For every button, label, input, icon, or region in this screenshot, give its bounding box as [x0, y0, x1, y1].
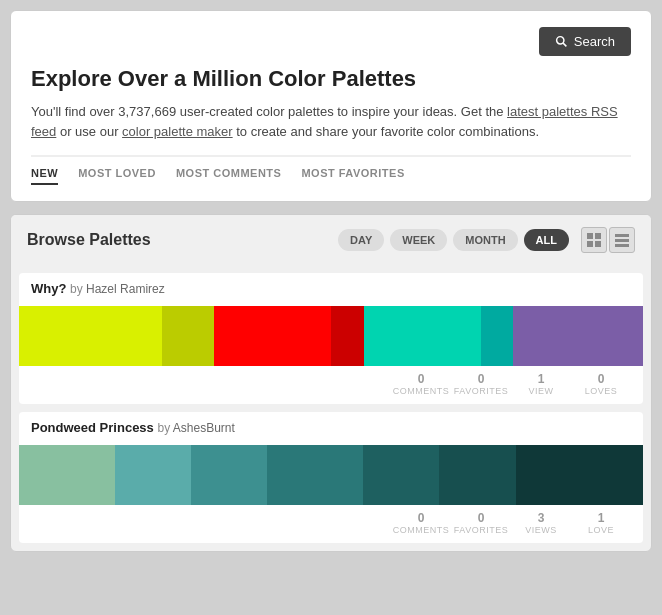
search-button-label: Search [574, 34, 615, 49]
color-swatch [115, 445, 191, 505]
stat-label: FAVORITES [454, 525, 508, 535]
color-swatch [363, 445, 439, 505]
svg-rect-8 [615, 244, 629, 247]
list-view-button[interactable] [609, 227, 635, 253]
color-swatch [19, 445, 115, 505]
palette-stats: 0 COMMENTS 0 FAVORITES 3 VIEWS 1 LOVE [19, 505, 643, 535]
color-swatch [516, 445, 643, 505]
grid-icon [587, 233, 601, 247]
stat-favorites: 0 FAVORITES [451, 372, 511, 396]
palette-author: by AshesBurnt [157, 421, 234, 435]
maker-link[interactable]: color palette maker [122, 124, 233, 139]
palette-stats: 0 COMMENTS 0 FAVORITES 1 VIEW 0 LOVES [19, 366, 643, 396]
stat-num: 1 [598, 511, 605, 525]
period-month-button[interactable]: MONTH [453, 229, 517, 251]
period-day-button[interactable]: DAY [338, 229, 384, 251]
color-swatch [214, 306, 331, 366]
tab-most-comments[interactable]: MOST COMMENTS [176, 167, 282, 185]
view-icons [581, 227, 635, 253]
color-swatch [331, 306, 364, 366]
svg-rect-5 [595, 241, 601, 247]
svg-rect-7 [615, 239, 629, 242]
search-icon [555, 35, 568, 48]
stat-comments: 0 COMMENTS [391, 372, 451, 396]
color-strip [19, 445, 643, 505]
tab-most-favorites[interactable]: MOST FAVORITES [301, 167, 404, 185]
color-swatch [191, 445, 267, 505]
stat-loves: 1 LOVE [571, 511, 631, 535]
svg-point-0 [556, 37, 563, 44]
stat-num: 0 [478, 511, 485, 525]
hero-description: You'll find over 3,737,669 user-created … [31, 102, 631, 141]
tab-most-loved[interactable]: MOST LOVED [78, 167, 156, 185]
stat-label: COMMENTS [393, 386, 450, 396]
stat-label: VIEWS [525, 525, 557, 535]
color-swatch [19, 306, 162, 366]
stat-num: 3 [538, 511, 545, 525]
stat-label: FAVORITES [454, 386, 508, 396]
palette-item: Why? by Hazel Ramirez 0 COMMENTS 0 FAVOR… [19, 273, 643, 404]
svg-line-1 [563, 43, 566, 46]
stat-views: 3 VIEWS [511, 511, 571, 535]
stat-label: LOVES [585, 386, 618, 396]
color-swatch [481, 306, 514, 366]
author-link[interactable]: Hazel Ramirez [86, 282, 165, 296]
stat-comments: 0 COMMENTS [391, 511, 451, 535]
palette-meta: Why? by Hazel Ramirez [19, 273, 643, 300]
color-swatch [267, 445, 363, 505]
hero-card: Search Explore Over a Million Color Pale… [10, 10, 652, 202]
browse-controls: DAY WEEK MONTH ALL [338, 227, 635, 253]
period-all-button[interactable]: ALL [524, 229, 569, 251]
stat-num: 0 [418, 372, 425, 386]
browse-header: Browse Palettes DAY WEEK MONTH ALL [11, 215, 651, 265]
svg-rect-2 [587, 233, 593, 239]
stat-num: 0 [418, 511, 425, 525]
tab-new[interactable]: NEW [31, 167, 58, 185]
tabs-bar: NEW MOST LOVED MOST COMMENTS MOST FAVORI… [31, 155, 631, 185]
hero-title: Explore Over a Million Color Palettes [31, 66, 631, 92]
stat-loves: 0 LOVES [571, 372, 631, 396]
author-link[interactable]: AshesBurnt [173, 421, 235, 435]
browse-title: Browse Palettes [27, 231, 151, 249]
color-swatch [439, 445, 515, 505]
color-swatch [364, 306, 481, 366]
stat-num: 1 [538, 372, 545, 386]
palette-meta: Pondweed Princess by AshesBurnt [19, 412, 643, 439]
stat-views: 1 VIEW [511, 372, 571, 396]
svg-rect-3 [595, 233, 601, 239]
search-button[interactable]: Search [539, 27, 631, 56]
list-icon [615, 233, 629, 247]
stat-num: 0 [598, 372, 605, 386]
palette-name: Pondweed Princess [31, 420, 154, 435]
browse-card: Browse Palettes DAY WEEK MONTH ALL [10, 214, 652, 552]
palette-item: Pondweed Princess by AshesBurnt 0 COMMEN… [19, 412, 643, 543]
color-strip [19, 306, 643, 366]
stat-label: LOVE [588, 525, 614, 535]
color-swatch [513, 306, 643, 366]
stat-favorites: 0 FAVORITES [451, 511, 511, 535]
stat-label: COMMENTS [393, 525, 450, 535]
color-swatch [162, 306, 214, 366]
stat-label: VIEW [528, 386, 553, 396]
svg-rect-4 [587, 241, 593, 247]
rss-link[interactable]: latest palettes RSS feed [31, 104, 618, 139]
svg-rect-6 [615, 234, 629, 237]
grid-view-button[interactable] [581, 227, 607, 253]
stat-num: 0 [478, 372, 485, 386]
palette-author: by Hazel Ramirez [70, 282, 165, 296]
palette-name: Why? [31, 281, 66, 296]
period-week-button[interactable]: WEEK [390, 229, 447, 251]
